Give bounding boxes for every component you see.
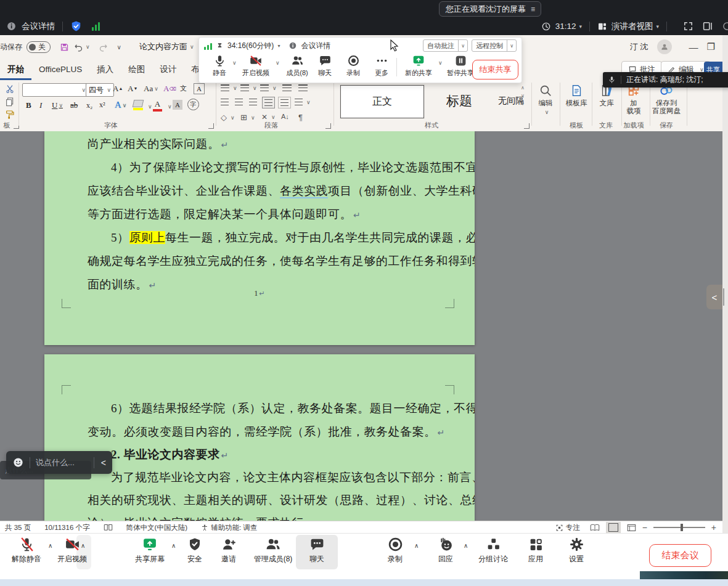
- align-right-button[interactable]: [249, 99, 257, 105]
- bullets-button[interactable]: ∨: [221, 84, 237, 91]
- font-size-combo[interactable]: 四号∨: [86, 83, 114, 97]
- print-layout-button[interactable]: [606, 522, 621, 533]
- zoom-slider-thumb[interactable]: [681, 524, 683, 531]
- chevron-down-icon[interactable]: ∨: [86, 44, 90, 50]
- restore-button[interactable]: ❐: [707, 41, 715, 52]
- meeting-details-button[interactable]: 会议详情: [6, 21, 55, 32]
- chat-button[interactable]: 聊天: [302, 537, 332, 564]
- italic-button[interactable]: I: [39, 100, 42, 110]
- invite-button[interactable]: 邀请: [215, 537, 243, 564]
- end-meeting-button[interactable]: 结束会议: [649, 544, 711, 567]
- grow-font-button[interactable]: A▲: [113, 84, 123, 94]
- numbering-button[interactable]: ∨: [240, 84, 257, 91]
- document-title[interactable]: 论文内容方面: [139, 41, 187, 52]
- tab-officeplus[interactable]: OfficePLUS: [31, 59, 89, 80]
- scrollbar-grip[interactable]: [723, 288, 728, 306]
- clear-formatting-button[interactable]: A⌫: [163, 84, 176, 94]
- page-count[interactable]: 共 35 页: [5, 523, 31, 532]
- multilevel-list-button[interactable]: ∨: [260, 84, 277, 91]
- redo-icon[interactable]: [99, 43, 108, 52]
- tab-insert[interactable]: 插入: [89, 59, 121, 80]
- chevron-down-icon[interactable]: ∨: [458, 40, 467, 51]
- meeting-timer[interactable]: 31:12 ▾: [541, 22, 582, 31]
- underline-button[interactable]: U∨: [52, 100, 63, 110]
- tab-home[interactable]: 开始: [0, 59, 31, 80]
- bold-button[interactable]: B: [26, 100, 31, 110]
- zoom-in-button[interactable]: +: [711, 523, 716, 532]
- chevron-up-icon[interactable]: ∧: [48, 542, 52, 549]
- chevron-down-icon[interactable]: ∨: [276, 60, 280, 66]
- line-spacing-button[interactable]: ∨: [295, 99, 311, 105]
- chevron-up-icon[interactable]: ∧: [171, 542, 176, 549]
- chevron-up-icon[interactable]: ∧: [81, 542, 85, 549]
- duration-label[interactable]: 34:16(60分钟): [227, 41, 274, 51]
- watching-screen-pill[interactable]: 您正在观看沈汀的屏幕 ≡: [439, 1, 541, 17]
- manage-members-button[interactable]: 管理成员(8): [247, 537, 300, 564]
- network-signal-icon[interactable]: [92, 22, 100, 31]
- save-to-baidu-button[interactable]: 保存到百度网盘: [648, 84, 684, 115]
- styles-gallery-scroll[interactable]: ∧ ∨ ▾: [521, 85, 525, 107]
- phonetic-guide-button[interactable]: 文: [180, 84, 187, 93]
- language-status[interactable]: 简体中文(中国大陆): [126, 523, 188, 532]
- web-layout-button[interactable]: [627, 524, 636, 532]
- chevron-down-icon[interactable]: ∨: [438, 60, 443, 66]
- security-button[interactable]: 安全: [180, 537, 210, 564]
- more-button[interactable]: 更多: [368, 54, 395, 78]
- justify-button[interactable]: [262, 97, 275, 108]
- new-share-button[interactable]: 新的共享: [401, 54, 436, 78]
- chevron-down-icon[interactable]: ∨: [148, 104, 152, 110]
- character-shading-button[interactable]: A: [173, 100, 182, 110]
- word-count[interactable]: 10/11316 个字: [44, 523, 89, 532]
- chat-input[interactable]: 说点什么...: [36, 457, 88, 468]
- chevron-down-icon[interactable]: ∨: [168, 104, 172, 110]
- subscript-button[interactable]: x₂: [86, 101, 92, 110]
- proofing-icon[interactable]: [104, 524, 113, 532]
- chat-button[interactable]: 聊天: [311, 54, 338, 78]
- font-color-button[interactable]: A: [153, 99, 162, 112]
- autosave-toggle[interactable]: 关: [27, 41, 51, 53]
- shading-button[interactable]: ◇∨: [221, 113, 235, 122]
- collapse-panel-handle[interactable]: <: [706, 285, 722, 309]
- align-center-button[interactable]: [235, 99, 243, 105]
- cut-icon[interactable]: [5, 84, 15, 94]
- apps-button[interactable]: 应用: [521, 537, 550, 564]
- chevron-down-icon[interactable]: ∨: [521, 93, 525, 99]
- strikethrough-button[interactable]: ab: [70, 100, 78, 110]
- chevron-up-icon[interactable]: ∧: [414, 542, 419, 549]
- security-shield-icon[interactable]: [70, 20, 82, 32]
- style-normal[interactable]: 正文: [340, 85, 424, 118]
- document-page-2[interactable]: 6）选题结果报经学院（系）认定，教务处备案。题目一经确定，不得随意 变动。必须改…: [44, 354, 475, 521]
- chat-quick-bar[interactable]: 说点什么... <: [6, 451, 112, 474]
- gallery-expand-icon[interactable]: ▾: [521, 101, 524, 107]
- chevron-down-icon[interactable]: ∨: [232, 60, 237, 66]
- undo-icon[interactable]: [74, 43, 83, 52]
- chevron-down-icon[interactable]: ▾: [277, 43, 280, 49]
- asian-layout-button[interactable]: ✕∨: [261, 113, 276, 121]
- start-video-button[interactable]: 开启视频: [53, 537, 91, 564]
- read-mode-button[interactable]: [590, 524, 600, 532]
- minimize-button[interactable]: —: [689, 42, 698, 52]
- end-share-button[interactable]: 结束共享: [472, 60, 518, 79]
- chevron-up-icon[interactable]: ∧: [464, 542, 468, 549]
- chevron-up-icon[interactable]: ∧: [521, 85, 525, 91]
- zoom-out-button[interactable]: −: [642, 523, 647, 532]
- list-menu-icon[interactable]: ≡: [531, 5, 534, 14]
- breakout-rooms-button[interactable]: 分组讨论: [473, 537, 513, 564]
- change-case-button[interactable]: Aa∨: [144, 84, 158, 94]
- style-heading[interactable]: 标题: [431, 85, 487, 117]
- start-video-button[interactable]: 开启视频: [237, 54, 274, 78]
- format-painter-icon[interactable]: [5, 110, 15, 120]
- highlight-color-button[interactable]: [133, 100, 143, 110]
- share-screen-button[interactable]: 共享屏幕: [131, 537, 169, 564]
- edit-menu-button[interactable]: 编辑 ∨: [534, 84, 557, 116]
- increase-indent-button[interactable]: [298, 84, 308, 91]
- align-left-button[interactable]: [221, 99, 229, 105]
- addins-button[interactable]: 加载项: [620, 84, 647, 115]
- copy-icon[interactable]: [5, 97, 15, 107]
- settings-button[interactable]: 设置: [562, 537, 591, 564]
- text-effects-button[interactable]: A∨: [115, 100, 126, 110]
- template-library-button[interactable]: 模板库: [562, 84, 591, 107]
- font-dialog-launcher[interactable]: [208, 123, 214, 129]
- character-border-button[interactable]: A: [194, 83, 205, 94]
- react-button[interactable]: 回应: [431, 537, 460, 564]
